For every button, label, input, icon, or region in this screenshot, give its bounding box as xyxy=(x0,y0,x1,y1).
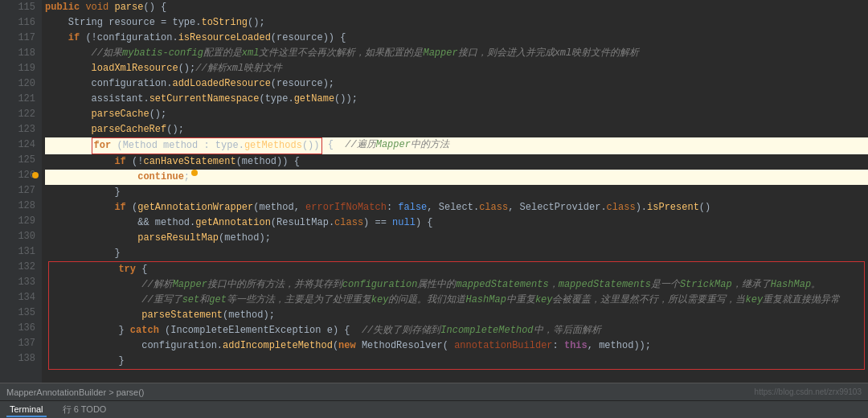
try-block-wrapper: try { //解析Mapper接口中的所有方法，并将其存到configurat… xyxy=(48,261,865,370)
code-line-128: if (getAnnotationWrapper(method, errorIf… xyxy=(45,200,868,215)
code-line-119: loadXmlResource();//解析xml映射文件 xyxy=(45,61,868,76)
code-line-117: if (!configuration.isResourceLoaded(reso… xyxy=(45,31,868,46)
breadcrumb: MapperAnnotationBuilder > parse() xyxy=(6,387,145,397)
ln-129: 129 xyxy=(0,214,35,229)
code-line-120: configuration.addLoadedResource(resource… xyxy=(45,76,868,92)
ln-119: 119 xyxy=(0,61,35,76)
ln-135: 135 xyxy=(0,305,35,321)
code-line-125: if (!canHaveStatement(method)) { xyxy=(45,154,868,170)
terminal-tab[interactable]: Terminal xyxy=(6,403,47,417)
ln-121: 121 xyxy=(0,92,35,107)
code-line-124: for (Method method : type.getMethods()) … xyxy=(45,137,868,154)
ln-124: 124 xyxy=(0,137,35,153)
ln-125: 125 xyxy=(0,153,35,168)
breadcrumb-class: MapperAnnotationBuilder > parse() xyxy=(6,387,145,397)
ln-127: 127 xyxy=(0,183,35,199)
code-line-123: parseCacheRef(); xyxy=(45,122,868,137)
code-line-134: //重写了set和get等一些方法，主要是为了处理重复key的问题。我们知道Ha… xyxy=(49,293,864,308)
todo-tab[interactable]: 行 6 TODO xyxy=(59,402,110,417)
editor-container: 115 116 117 118 119 120 121 122 123 124 … xyxy=(0,0,868,418)
ln-133: 133 xyxy=(0,275,35,290)
for-highlight: for (Method method : type.getMethods()) xyxy=(92,137,322,154)
ln-131: 131 xyxy=(0,244,35,260)
ln-136: 136 xyxy=(0,321,35,336)
code-line-115: public void parse() { xyxy=(45,0,868,15)
ln-123: 123 xyxy=(0,122,35,137)
code-line-122: parseCache(); xyxy=(45,107,868,122)
ln-130: 130 xyxy=(0,229,35,244)
code-line-118: //如果mybatis-config配置的是xml文件这里不会再次解析，如果配置… xyxy=(45,46,868,61)
code-line-138: } xyxy=(49,354,864,369)
code-line-132: try { xyxy=(49,262,864,277)
ln-137: 137 xyxy=(0,336,35,351)
ln-117: 117 xyxy=(0,31,35,46)
ln-115: 115 xyxy=(0,0,35,15)
code-line-116: String resource = type.toString(); xyxy=(45,15,868,31)
ln-122: 122 xyxy=(0,107,35,122)
code-line-133: //解析Mapper接口中的所有方法，并将其存到configuration属性中… xyxy=(49,277,864,293)
code-content[interactable]: public void parse() { String resource = … xyxy=(42,0,868,383)
ln-132: 132 xyxy=(0,260,35,275)
code-line-129: && method.getAnnotation(ResultMap.class)… xyxy=(45,215,868,231)
code-line-121: assistant.setCurrentNamespace(type.getNa… xyxy=(45,92,868,107)
code-area: 115 116 117 118 119 120 121 122 123 124 … xyxy=(0,0,868,383)
code-line-136: } catch (IncompleteElementException e) {… xyxy=(49,323,864,338)
breadcrumb-bar: MapperAnnotationBuilder > parse() https:… xyxy=(0,383,868,400)
code-line-127: } xyxy=(45,185,868,200)
ln-128: 128 xyxy=(0,199,35,214)
ln-120: 120 xyxy=(0,76,35,92)
ln-138: 138 xyxy=(0,351,35,367)
ln-126: 126 xyxy=(0,168,35,183)
line-numbers: 115 116 117 118 119 120 121 122 123 124 … xyxy=(0,0,42,383)
warning-dot xyxy=(191,170,198,176)
ln-116: 116 xyxy=(0,15,35,31)
code-line-130: parseResultMap(method); xyxy=(45,231,868,246)
code-line-126: continue; xyxy=(45,170,868,185)
code-line-137: configuration.addIncompleteMethod(new Me… xyxy=(49,338,864,354)
ln-134: 134 xyxy=(0,290,35,305)
code-line-135: parseStatement(method); xyxy=(49,308,864,323)
ln-118: 118 xyxy=(0,46,35,61)
bottom-tabs: Terminal 行 6 TODO xyxy=(0,400,868,418)
code-line-131: } xyxy=(45,246,868,261)
url-display: https://blog.csdn.net/zrx99103 xyxy=(755,387,862,396)
